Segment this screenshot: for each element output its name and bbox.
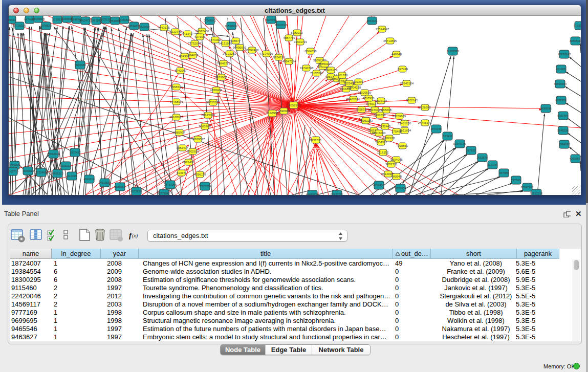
svg-text:6453521: 6453521 <box>310 139 322 142</box>
svg-text:44550229: 44550229 <box>318 62 332 65</box>
svg-text:14737996: 14737996 <box>164 183 177 186</box>
svg-text:3669096: 3669096 <box>540 107 551 110</box>
svg-text:2328588: 2328588 <box>419 106 431 109</box>
svg-text:49947174: 49947174 <box>282 60 296 63</box>
svg-text:74740748: 74740748 <box>300 67 314 70</box>
svg-text:24745171: 24745171 <box>418 121 432 124</box>
svg-text:1201836: 1201836 <box>336 74 348 77</box>
svg-text:6136968: 6136968 <box>266 112 278 115</box>
svg-text:86926179: 86926179 <box>324 69 338 72</box>
svg-text:12411824: 12411824 <box>118 18 130 21</box>
svg-text:24082400: 24082400 <box>195 30 209 33</box>
svg-text:097439: 097439 <box>398 68 408 71</box>
svg-text:440640: 440640 <box>391 53 402 56</box>
svg-text:0733754: 0733754 <box>574 24 581 27</box>
svg-text:4767976: 4767976 <box>362 97 375 100</box>
svg-text:175496: 175496 <box>391 130 402 133</box>
svg-text:13709859: 13709859 <box>393 115 406 118</box>
svg-text:8263982: 8263982 <box>215 76 227 79</box>
svg-text:0504556: 0504556 <box>304 50 317 53</box>
svg-text:5185067: 5185067 <box>114 185 125 188</box>
svg-text:8742967: 8742967 <box>175 69 187 72</box>
svg-text:86923226: 86923226 <box>275 24 287 27</box>
svg-text:0932480: 0932480 <box>182 161 194 164</box>
svg-text:7991183: 7991183 <box>91 19 101 22</box>
svg-text:5648236: 5648236 <box>557 129 568 132</box>
svg-text:0805310: 0805310 <box>52 172 63 175</box>
svg-text:1596966: 1596966 <box>278 110 290 113</box>
svg-text:941343: 941343 <box>182 32 193 35</box>
svg-text:3482477: 3482477 <box>176 146 188 149</box>
svg-text:0766177: 0766177 <box>366 102 378 105</box>
svg-text:02402681: 02402681 <box>346 98 360 101</box>
svg-text:5951484: 5951484 <box>557 114 568 117</box>
svg-text:00379176: 00379176 <box>453 142 466 145</box>
svg-text:0978820: 0978820 <box>40 24 51 27</box>
svg-text:5780913: 5780913 <box>291 31 303 34</box>
svg-text:33942104: 33942104 <box>400 82 414 85</box>
svg-text:401965: 401965 <box>556 68 565 71</box>
svg-text:4505331: 4505331 <box>266 18 276 21</box>
svg-text:99727875: 99727875 <box>206 101 220 104</box>
svg-text:30365414: 30365414 <box>570 39 581 42</box>
svg-text:27868011: 27868011 <box>204 19 216 22</box>
svg-text:34123281: 34123281 <box>223 52 236 55</box>
svg-text:4443135: 4443135 <box>158 26 170 29</box>
svg-text:34309805: 34309805 <box>32 17 45 20</box>
svg-text:34624751: 34624751 <box>79 19 92 22</box>
svg-text:4596158: 4596158 <box>194 173 206 176</box>
svg-text:8324210: 8324210 <box>273 56 285 59</box>
svg-text:17461200: 17461200 <box>398 122 411 125</box>
svg-text:74846773: 74846773 <box>217 62 231 65</box>
svg-text:1592124: 1592124 <box>375 99 387 102</box>
svg-text:4658404: 4658404 <box>210 89 222 92</box>
svg-text:1937452: 1937452 <box>70 151 80 154</box>
svg-text:069901: 069901 <box>23 169 32 172</box>
svg-text:367632: 367632 <box>466 149 475 152</box>
svg-text:6572628: 6572628 <box>130 190 141 193</box>
svg-text:938677: 938677 <box>230 39 241 42</box>
svg-text:980940: 980940 <box>391 175 402 178</box>
svg-text:0546688: 0546688 <box>75 63 85 67</box>
svg-text:49480831: 49480831 <box>306 193 318 195</box>
svg-text:1671902: 1671902 <box>209 38 221 41</box>
svg-text:8403690: 8403690 <box>374 114 386 117</box>
svg-text:8856855: 8856855 <box>395 187 406 190</box>
svg-text:8233749: 8233749 <box>169 30 182 33</box>
svg-text:16052975: 16052975 <box>287 104 301 107</box>
svg-text:4363495: 4363495 <box>373 184 384 187</box>
svg-text:43699577: 43699577 <box>570 157 581 160</box>
svg-text:3872148: 3872148 <box>430 127 441 130</box>
svg-text:38156149: 38156149 <box>368 108 382 112</box>
svg-text:427109: 427109 <box>194 35 205 38</box>
svg-text:71138267: 71138267 <box>310 72 324 75</box>
svg-text:904902: 904902 <box>179 55 190 58</box>
svg-text:86850142: 86850142 <box>558 53 571 56</box>
svg-text:4887719: 4887719 <box>283 36 295 39</box>
svg-text:3605766: 3605766 <box>199 125 211 128</box>
svg-text:(x): (x) <box>132 233 138 239</box>
svg-text:2720465: 2720465 <box>35 171 46 174</box>
svg-text:2994680: 2994680 <box>559 143 570 146</box>
svg-text:70289517: 70289517 <box>191 138 205 141</box>
svg-text:21020539: 21020539 <box>358 91 372 94</box>
svg-text:7758917: 7758917 <box>356 108 368 111</box>
svg-text:1116152: 1116152 <box>377 151 389 154</box>
svg-text:31665876: 31665876 <box>447 50 459 53</box>
svg-text:77752047: 77752047 <box>188 42 202 45</box>
svg-text:6562729: 6562729 <box>9 170 18 173</box>
svg-text:87347143: 87347143 <box>521 186 533 189</box>
svg-text:47134936: 47134936 <box>259 52 273 55</box>
svg-text:55812236: 55812236 <box>530 192 542 195</box>
svg-text:80598262: 80598262 <box>225 25 237 28</box>
svg-text:513433: 513433 <box>443 135 452 138</box>
svg-text:613171: 613171 <box>177 171 187 174</box>
svg-text:6088356: 6088356 <box>555 99 566 102</box>
svg-text:108013: 108013 <box>9 18 16 21</box>
svg-text:17594647: 17594647 <box>376 28 389 31</box>
svg-text:36713695: 36713695 <box>383 39 397 42</box>
svg-text:5604945: 5604945 <box>390 158 403 161</box>
svg-text:3432445: 3432445 <box>379 125 391 128</box>
svg-text:102290: 102290 <box>353 80 364 83</box>
svg-text:9832731: 9832731 <box>385 163 398 166</box>
